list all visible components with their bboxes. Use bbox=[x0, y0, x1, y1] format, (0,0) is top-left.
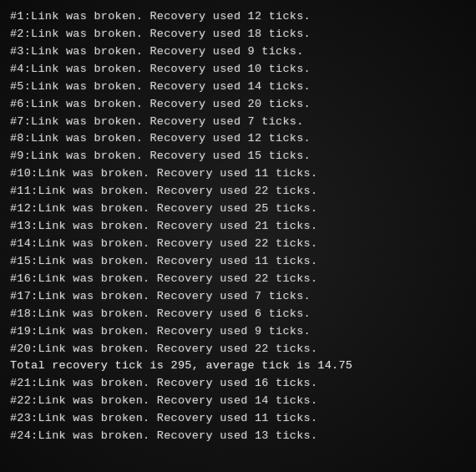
log-line: #22:Link was broken. Recovery used 14 ti… bbox=[10, 393, 466, 410]
log-line: #3:Link was broken. Recovery used 9 tick… bbox=[10, 43, 466, 61]
log-line: #23:Link was broken. Recovery used 11 ti… bbox=[10, 410, 466, 428]
terminal-window: #1:Link was broken. Recovery used 12 tic… bbox=[0, 0, 476, 472]
log-line: #19:Link was broken. Recovery used 9 tic… bbox=[10, 323, 466, 341]
log-line: #18:Link was broken. Recovery used 6 tic… bbox=[10, 306, 466, 323]
log-line: #2:Link was broken. Recovery used 18 tic… bbox=[10, 26, 466, 43]
log-line: #1:Link was broken. Recovery used 12 tic… bbox=[10, 8, 466, 26]
log-line: #10:Link was broken. Recovery used 11 ti… bbox=[10, 165, 466, 183]
log-line: #6:Link was broken. Recovery used 20 tic… bbox=[10, 96, 466, 114]
log-line: #15:Link was broken. Recovery used 11 ti… bbox=[10, 253, 466, 271]
log-line: #8:Link was broken. Recovery used 12 tic… bbox=[10, 130, 466, 148]
log-line: #4:Link was broken. Recovery used 10 tic… bbox=[10, 61, 466, 79]
log-line: #11:Link was broken. Recovery used 22 ti… bbox=[10, 183, 466, 200]
log-line: #17:Link was broken. Recovery used 7 tic… bbox=[10, 288, 466, 306]
log-line: #16:Link was broken. Recovery used 22 ti… bbox=[10, 271, 466, 288]
log-line: #21:Link was broken. Recovery used 16 ti… bbox=[10, 375, 466, 393]
log-line: #24:Link was broken. Recovery used 13 ti… bbox=[10, 428, 466, 445]
log-line: #12:Link was broken. Recovery used 25 ti… bbox=[10, 200, 466, 218]
log-line: #7:Link was broken. Recovery used 7 tick… bbox=[10, 114, 466, 131]
log-line: #13:Link was broken. Recovery used 21 ti… bbox=[10, 218, 466, 236]
log-line: #20:Link was broken. Recovery used 22 ti… bbox=[10, 341, 466, 358]
log-line: #14:Link was broken. Recovery used 22 ti… bbox=[10, 236, 466, 253]
log-line: #5:Link was broken. Recovery used 14 tic… bbox=[10, 79, 466, 96]
summary-line: Total recovery tick is 295, average tick… bbox=[10, 358, 466, 375]
log-line: #9:Link was broken. Recovery used 15 tic… bbox=[10, 148, 466, 165]
